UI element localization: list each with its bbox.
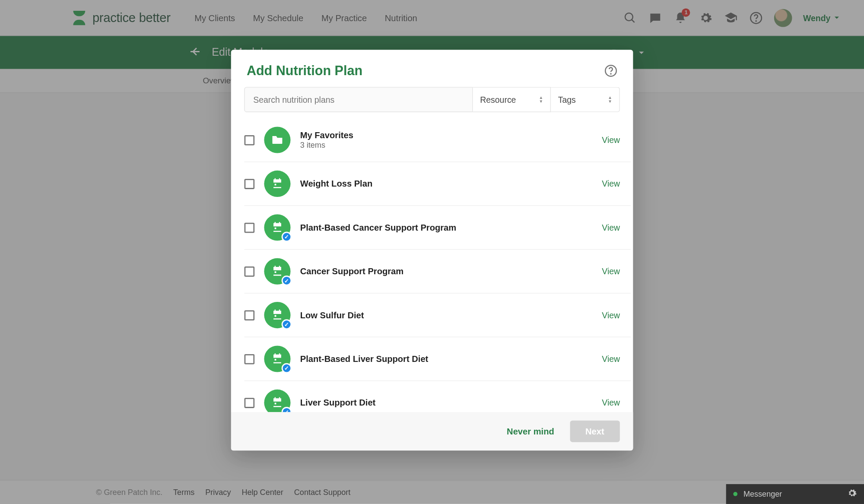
view-link[interactable]: View bbox=[602, 398, 620, 407]
plan-title: My Favorites bbox=[300, 130, 592, 139]
view-link[interactable]: View bbox=[602, 222, 620, 232]
modal-title: Add Nutrition Plan bbox=[247, 63, 362, 79]
checkbox[interactable] bbox=[244, 310, 254, 320]
folder-icon bbox=[264, 127, 290, 153]
view-link[interactable]: View bbox=[602, 179, 620, 188]
plan-list[interactable]: My Favorites 3 items View Weight Loss Pl… bbox=[231, 118, 633, 412]
verified-badge-icon bbox=[281, 363, 292, 373]
verified-badge-icon bbox=[281, 319, 292, 330]
list-item: Plant-Based Cancer Support Program View bbox=[244, 206, 631, 249]
gear-icon[interactable] bbox=[847, 488, 857, 500]
plan-title: Weight Loss Plan bbox=[300, 179, 592, 188]
status-dot-icon bbox=[733, 492, 737, 496]
resource-filter[interactable]: Resource ▲▼ bbox=[473, 87, 551, 112]
view-link[interactable]: View bbox=[602, 135, 620, 145]
plan-title: Plant-Based Liver Support Diet bbox=[300, 354, 592, 364]
svg-point-5 bbox=[610, 73, 611, 74]
add-nutrition-plan-modal: Add Nutrition Plan Resource ▲▼ Tags ▲▼ bbox=[231, 50, 633, 450]
calendar-icon bbox=[264, 389, 290, 412]
modal-overlay[interactable]: Add Nutrition Plan Resource ▲▼ Tags ▲▼ bbox=[0, 0, 864, 504]
plan-title: Plant-Based Cancer Support Program bbox=[300, 222, 592, 232]
verified-badge-icon bbox=[281, 231, 292, 242]
next-button[interactable]: Next bbox=[570, 421, 620, 442]
checkbox[interactable] bbox=[244, 135, 254, 145]
messenger-label: Messenger bbox=[743, 489, 782, 498]
checkbox[interactable] bbox=[244, 266, 254, 276]
cancel-button[interactable]: Never mind bbox=[503, 422, 558, 441]
list-item: Low Sulfur Diet View bbox=[244, 293, 631, 337]
plan-title: Liver Support Diet bbox=[300, 398, 592, 407]
plan-subtitle: 3 items bbox=[300, 140, 592, 149]
checkbox[interactable] bbox=[244, 222, 254, 233]
sort-arrows-icon: ▲▼ bbox=[539, 96, 543, 103]
plan-title: Low Sulfur Diet bbox=[300, 310, 592, 320]
list-item: Plant-Based Liver Support Diet View bbox=[244, 337, 631, 381]
view-link[interactable]: View bbox=[602, 354, 620, 364]
view-link[interactable]: View bbox=[602, 310, 620, 320]
list-item: Weight Loss Plan View bbox=[244, 162, 631, 206]
list-item: Liver Support Diet View bbox=[244, 381, 631, 412]
list-item-favorites: My Favorites 3 items View bbox=[244, 118, 631, 162]
tags-filter[interactable]: Tags ▲▼ bbox=[551, 87, 620, 112]
sort-arrows-icon: ▲▼ bbox=[608, 96, 612, 103]
list-item: Cancer Support Program View bbox=[244, 250, 631, 293]
view-link[interactable]: View bbox=[602, 266, 620, 276]
calendar-icon bbox=[264, 214, 290, 241]
calendar-icon bbox=[264, 258, 290, 284]
verified-badge-icon bbox=[281, 407, 292, 412]
calendar-icon bbox=[264, 170, 290, 197]
search-input[interactable] bbox=[244, 87, 473, 112]
calendar-icon bbox=[264, 302, 290, 328]
checkbox[interactable] bbox=[244, 397, 254, 408]
messenger-bar[interactable]: Messenger bbox=[726, 484, 864, 504]
verified-badge-icon bbox=[281, 276, 292, 286]
plan-title: Cancer Support Program bbox=[300, 266, 592, 276]
calendar-icon bbox=[264, 346, 290, 372]
checkbox[interactable] bbox=[244, 178, 254, 189]
modal-help-icon[interactable] bbox=[604, 64, 618, 78]
checkbox[interactable] bbox=[244, 354, 254, 364]
